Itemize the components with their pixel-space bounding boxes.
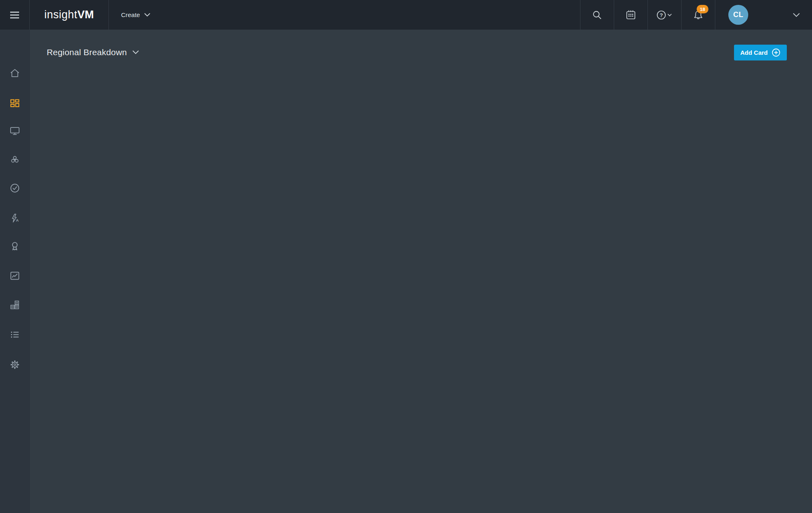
notification-badge: 18 (697, 5, 708, 13)
logo-insight-text: insight (44, 9, 78, 21)
biohazard-icon (9, 154, 20, 165)
sidebar-item-goals-and-slas[interactable] (0, 235, 29, 257)
add-card-button[interactable]: Add Card (734, 45, 787, 60)
award-ribbon-icon (9, 241, 20, 252)
sidebar-item-home[interactable] (0, 62, 29, 84)
create-menu[interactable]: Create (109, 0, 162, 30)
chart-report-icon (9, 270, 20, 281)
plus-circle-icon (772, 48, 780, 57)
svg-text:A: A (16, 218, 19, 222)
avatar[interactable]: CL (728, 5, 748, 25)
account-section: CL (715, 0, 793, 30)
chevron-down-icon (144, 13, 150, 17)
create-label: Create (121, 11, 140, 19)
sidebar-item-reports[interactable] (0, 264, 29, 287)
top-nav: insightVM Create ? 18 (0, 0, 812, 30)
sidebar-item-assets[interactable] (0, 119, 29, 142)
dashboard-grid-icon (9, 98, 20, 109)
sidebar-item-dashboards[interactable] (0, 92, 29, 114)
calendar-button[interactable] (614, 0, 647, 30)
page-title: Regional Breakdown (47, 47, 127, 57)
containers-icon (9, 300, 20, 310)
add-card-label: Add Card (741, 49, 768, 56)
notifications-button[interactable]: 18 (681, 0, 715, 30)
app-logo[interactable]: insightVM (30, 0, 109, 30)
menu-button[interactable] (0, 0, 30, 30)
dashboard-selector-chevron[interactable] (132, 50, 139, 54)
monitor-icon (9, 125, 20, 136)
search-icon (592, 10, 602, 20)
chevron-down-icon (793, 13, 800, 17)
sidebar-item-settings[interactable] (0, 353, 29, 376)
sidebar-item-policies[interactable] (0, 177, 29, 199)
check-circle-icon (9, 183, 20, 194)
account-chevron[interactable] (793, 0, 812, 30)
help-menu[interactable]: ? (647, 0, 681, 30)
calendar-icon (626, 10, 636, 20)
hamburger-icon (10, 11, 19, 19)
help-icon: ? (657, 10, 672, 20)
sidebar-item-containers[interactable] (0, 293, 29, 316)
sidebar-item-activity-log[interactable] (0, 323, 29, 346)
sidebar-item-vulnerabilities[interactable] (0, 148, 29, 170)
home-icon (9, 68, 20, 79)
sidebar: A D 7 (0, 30, 30, 513)
gear-icon (9, 359, 20, 370)
search-button[interactable] (580, 0, 614, 30)
sidebar-item-automation[interactable]: A (0, 207, 29, 229)
list-icon (9, 329, 20, 340)
svg-text:?: ? (660, 12, 663, 18)
lightning-a-icon: A (9, 213, 20, 224)
logo-vm-text: VM (78, 9, 94, 21)
